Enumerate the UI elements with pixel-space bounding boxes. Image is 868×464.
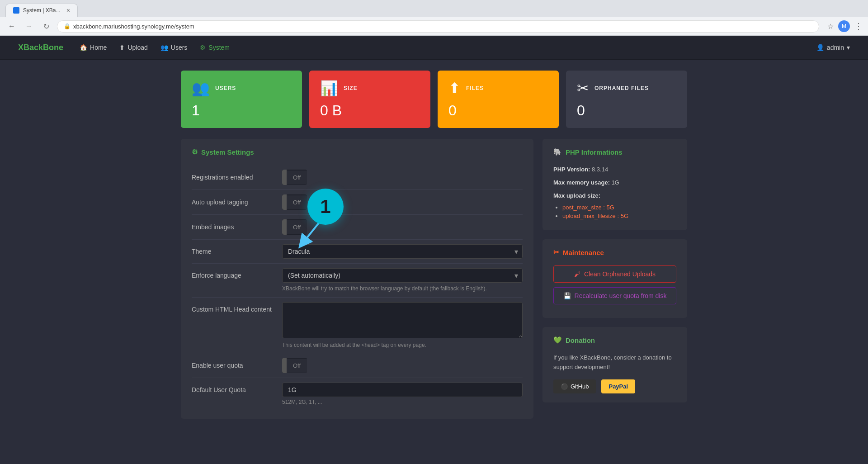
php-memory-row: Max memory usage: 1G [553, 178, 676, 188]
default-quota-control [282, 383, 523, 397]
files-stat-icon: ⬆ [448, 80, 461, 97]
settings-row-language: Enforce language (Set automatically) Eng… [192, 264, 523, 298]
settings-panel-title: ⚙ System Settings [192, 148, 523, 156]
donation-icon: 💚 [553, 336, 562, 344]
settings-row-auto-tagging: Auto upload tagging Off [192, 190, 523, 215]
custom-html-row-inner: Custom HTML Head content [192, 302, 523, 340]
profile-avatar[interactable]: M [838, 20, 850, 32]
navbar-right: 👤 admin ▾ [816, 44, 850, 51]
registrations-toggle[interactable]: Off [282, 170, 307, 185]
stat-card-files: ⬆ FILES 0 [438, 71, 559, 128]
nav-item-system[interactable]: ⚙ System [194, 41, 235, 54]
size-stat-icon: 📊 [320, 80, 338, 97]
navbar-nav: 🏠 Home ⬆ Upload 👥 Users ⚙ System [74, 41, 806, 54]
right-panels: 🐘 PHP Informations PHP Version: 8.3.14 M… [542, 139, 687, 419]
nav-reload-btn[interactable]: ↻ [40, 20, 52, 33]
enable-quota-label: Enable user quota [192, 362, 282, 369]
custom-html-control [282, 302, 523, 340]
php-info-panel: 🐘 PHP Informations PHP Version: 8.3.14 M… [542, 139, 687, 230]
php-upload-max-item: upload_max_filesize : 5G [562, 213, 676, 219]
donation-text: If you like XBackBone, consider a donati… [553, 353, 676, 372]
settings-row-embed-images: Embed images Off [192, 215, 523, 240]
php-version-row: PHP Version: 8.3.14 [553, 165, 676, 175]
settings-gear-icon: ⚙ [192, 148, 198, 156]
users-stat-label: USERS [215, 85, 236, 91]
bookmark-icon[interactable]: ☆ [827, 22, 834, 31]
stat-card-orphaned: ✂ ORPHANED FILES 0 [566, 71, 687, 128]
stat-card-size: 📊 SIZE 0 B [309, 71, 430, 128]
default-quota-hint: 512M, 2G, 1T, ... [282, 399, 322, 405]
navbar-brand[interactable]: XBackBone [18, 43, 63, 52]
language-label: Enforce language [192, 272, 282, 279]
recalculate-quota-button[interactable]: 💾 Recalculate user quota from disk [553, 287, 676, 304]
browser-toolbar: ← → ↻ 🔒 xbackbone.mariushosting.synology… [0, 17, 868, 36]
url-text: xbackbone.mariushosting.synology.me/syst… [73, 23, 194, 30]
annotation-arrow [294, 220, 330, 256]
settings-panel: ⚙ System Settings [181, 139, 533, 419]
donation-title: 💚 Donation [553, 336, 676, 344]
enable-quota-control: Off [282, 358, 523, 373]
enable-quota-toggle[interactable]: Off [282, 358, 307, 373]
github-icon: ⚫ [561, 383, 568, 390]
home-icon: 🏠 [80, 44, 87, 51]
language-note: XBackBone will try to match the browser … [282, 284, 487, 293]
settings-row-default-quota: Default User Quota 512M, 2G, 1T, ... [192, 378, 523, 410]
registrations-control: Off [282, 170, 523, 185]
menu-icon[interactable]: ⋮ [854, 21, 863, 31]
tab-title: System | XBa... [23, 7, 60, 14]
users-icon: 👥 [160, 44, 168, 51]
toggle-indicator [282, 194, 287, 210]
annotation-overlay: 1 [298, 189, 353, 247]
nav-forward-btn[interactable]: → [23, 20, 35, 33]
donation-buttons: ⚫ GitHub PayPal [553, 379, 676, 393]
files-stat-value: 0 [448, 102, 548, 119]
github-button[interactable]: ⚫ GitHub [553, 379, 596, 393]
tab-close-btn[interactable]: × [66, 7, 70, 14]
app-container: XBackBone 🏠 Home ⬆ Upload 👥 Users ⚙ Syst… [0, 36, 868, 464]
custom-html-textarea[interactable] [282, 302, 523, 338]
nav-item-home[interactable]: 🏠 Home [74, 41, 112, 54]
admin-chevron-icon: ▾ [847, 44, 850, 51]
lock-icon: 🔒 [64, 23, 71, 29]
address-bar[interactable]: 🔒 xbackbone.mariushosting.synology.me/sy… [57, 20, 819, 33]
stats-grid: 👥 USERS 1 📊 SIZE 0 B ⬆ FILES 0 [181, 71, 687, 128]
nav-back-btn[interactable]: ← [5, 20, 18, 33]
nav-item-upload[interactable]: ⬆ Upload [114, 41, 153, 54]
registrations-label: Registrations enabled [192, 174, 282, 181]
nav-item-users[interactable]: 👥 Users [155, 41, 193, 54]
maintenance-title: ✂ Maintenance [553, 248, 676, 256]
annotation-circle: 1 [307, 189, 344, 225]
size-stat-value: 0 B [320, 102, 420, 119]
browser-tab[interactable]: System | XBa... × [5, 4, 78, 17]
users-stat-value: 1 [192, 102, 291, 119]
orphaned-stat-value: 0 [577, 102, 676, 119]
orphaned-stat-label: ORPHANED FILES [594, 85, 649, 91]
users-stat-icon: 👥 [192, 80, 210, 97]
two-col-layout: ⚙ System Settings [181, 139, 687, 419]
paypal-button[interactable]: PayPal [601, 379, 635, 393]
php-info-icon: 🐘 [553, 148, 562, 156]
clean-icon: 🖌 [574, 270, 580, 278]
stat-card-users: 👥 USERS 1 [181, 71, 302, 128]
toggle-indicator [282, 170, 287, 185]
custom-html-note: This content will be added at the <head>… [282, 342, 426, 348]
clean-orphaned-button[interactable]: 🖌 Clean Orphaned Uploads [553, 265, 676, 283]
default-quota-label: Default User Quota [192, 386, 282, 393]
language-select[interactable]: (Set automatically) English French [282, 268, 523, 283]
settings-row-enable-quota: Enable user quota Off [192, 353, 523, 378]
size-stat-label: SIZE [344, 85, 358, 91]
registrations-toggle-label: Off [287, 170, 307, 185]
maintenance-panel: ✂ Maintenance 🖌 Clean Orphaned Uploads 💾… [542, 239, 687, 318]
default-quota-input[interactable] [282, 383, 523, 397]
language-select-wrapper: (Set automatically) English French [282, 268, 523, 283]
auto-tagging-label: Auto upload tagging [192, 199, 282, 206]
donation-panel: 💚 Donation If you like XBackBone, consid… [542, 327, 687, 402]
orphaned-stat-icon: ✂ [577, 80, 589, 97]
svg-line-1 [303, 220, 321, 243]
default-quota-row-inner: Default User Quota [192, 383, 523, 397]
recalculate-icon: 💾 [563, 292, 571, 299]
enable-quota-toggle-label: Off [287, 359, 307, 373]
upload-icon: ⬆ [119, 44, 125, 51]
admin-menu[interactable]: 👤 admin ▾ [816, 44, 850, 51]
theme-label: Theme [192, 248, 282, 255]
